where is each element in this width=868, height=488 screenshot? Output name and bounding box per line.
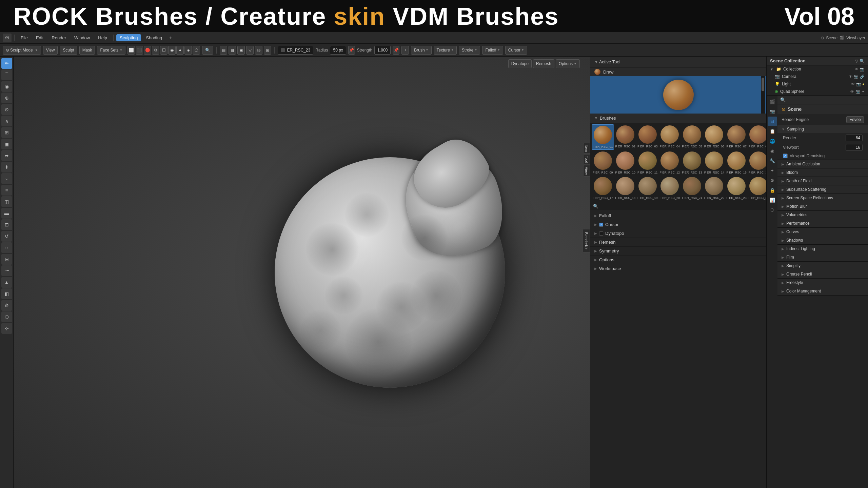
performance-section[interactable]: ▶ Performance xyxy=(777,219,868,228)
strength-pin-btn[interactable]: 📌 xyxy=(393,46,399,55)
bloom-section[interactable]: ▶ Bloom xyxy=(777,168,868,177)
outliner-collection[interactable]: ▼ 📁 Collection 👁 📷 xyxy=(767,65,868,73)
option-symmetry[interactable]: ▶ Symmetry xyxy=(590,247,766,256)
tool-scrape[interactable]: ⬌ xyxy=(1,150,12,161)
props-physics-icon[interactable]: ⚙ xyxy=(768,176,777,185)
strength-add-btn[interactable]: + xyxy=(401,46,409,55)
item-tab[interactable]: Item xyxy=(583,143,590,154)
workspace-shading[interactable]: Shading xyxy=(142,34,165,41)
props-object-icon[interactable]: ◉ xyxy=(768,146,777,156)
brush-search[interactable]: 🔍 xyxy=(590,202,766,210)
tool-fill[interactable]: ▣ xyxy=(1,139,12,149)
gizmo-icon[interactable]: ⊞ xyxy=(264,46,271,55)
tool-inflate[interactable]: ⊕ xyxy=(1,93,12,103)
mask-btn[interactable]: Mask xyxy=(79,46,95,55)
tool-multires-displace[interactable]: ⬍ xyxy=(1,162,12,172)
props-constraints-icon[interactable]: 🔒 xyxy=(768,185,777,195)
blenderkit-tab[interactable]: BlenderKit xyxy=(583,229,590,252)
sculpt-btn[interactable]: Sculpt xyxy=(60,46,77,55)
props-output-icon[interactable]: 🖥 xyxy=(768,117,777,126)
viewport-icon-2[interactable]: ▦ xyxy=(229,46,236,55)
tool-clay-thumb[interactable]: ⊡ xyxy=(1,219,12,230)
outliner-filter-icon[interactable]: ▽ xyxy=(855,59,858,63)
props-render-icon[interactable]: 📷 xyxy=(768,107,777,116)
overlay-icon[interactable]: ◎ xyxy=(255,46,262,55)
sampling-section-title[interactable]: ▼ Sampling xyxy=(777,125,868,133)
tool-clay[interactable]: ◫ xyxy=(1,196,12,207)
options-btn-viewport[interactable]: Options ▼ xyxy=(556,59,580,68)
props-data-icon[interactable]: 📊 xyxy=(768,195,777,205)
filter-icon[interactable]: ▽ xyxy=(246,46,254,55)
brush-cell-12[interactable]: F ER_RSC_12 xyxy=(659,150,681,175)
tool-simplify-mask[interactable]: ▲ xyxy=(1,277,12,288)
simplify-section[interactable]: ▶ Simplify xyxy=(777,262,868,270)
brush-search-input[interactable] xyxy=(600,204,764,209)
tool-mask[interactable]: ◧ xyxy=(1,288,12,299)
search-btn[interactable]: 🔍 xyxy=(202,46,213,55)
viewport-icon-1[interactable]: ▤ xyxy=(220,46,227,55)
indirect-lighting-section[interactable]: ▶ Indirect Lighting xyxy=(777,245,868,253)
props-search-input[interactable] xyxy=(788,98,865,102)
radius-pin-btn[interactable]: 📌 xyxy=(348,46,355,55)
brush-cell-10[interactable]: F ER_RSC_10 xyxy=(615,150,636,175)
xray-btn[interactable]: ☐ xyxy=(160,46,167,55)
shade-3-btn[interactable]: ◈ xyxy=(184,46,192,55)
brush-cell-01[interactable]: F ER_RSC_01 xyxy=(592,124,614,150)
tool-clay-strips[interactable]: ▬ xyxy=(1,208,12,219)
menu-file[interactable]: File xyxy=(17,34,31,41)
viewport[interactable]: ▼ Active Tool Draw ▼ Brushes xyxy=(14,57,766,488)
option-falloff[interactable]: ▶ Falloff xyxy=(590,211,766,220)
view-tab[interactable]: View xyxy=(583,165,590,177)
tool-cloth[interactable]: 〜 xyxy=(1,265,12,276)
brush-cell-03[interactable]: F ER_RSC_03 xyxy=(637,124,658,150)
option-remesh[interactable]: ▶ Remesh xyxy=(590,238,766,247)
brush-cell-22[interactable]: F ER_RSC_22 xyxy=(704,176,725,201)
tool-crease[interactable]: ∧ xyxy=(1,116,12,126)
workspace-sculpting[interactable]: Sculpting xyxy=(116,34,141,41)
brush-cell-15[interactable]: F ER_RSC_15 xyxy=(726,150,747,175)
option-workspace[interactable]: ▶ Workspace xyxy=(590,264,766,273)
shade-4-btn[interactable]: ⬡ xyxy=(193,46,200,55)
color-2-btn[interactable]: ⬛ xyxy=(136,46,143,55)
freestyle-section[interactable]: ▶ Freestyle xyxy=(777,279,868,287)
brush-cell-04[interactable]: F ER_RSC_04 xyxy=(659,124,681,150)
dynatopo-btn[interactable]: Dynatopo xyxy=(508,59,532,68)
brush-cell-20[interactable]: F ER_RSC_20 xyxy=(659,176,681,201)
shade-1-btn[interactable]: ◉ xyxy=(168,46,176,55)
cursor-checkbox[interactable]: ✓ xyxy=(599,223,603,227)
viewport-denoising-checkbox[interactable]: ✓ xyxy=(783,154,788,158)
preview-scrollbar[interactable] xyxy=(761,76,765,114)
dynatopo-checkbox[interactable] xyxy=(599,231,603,236)
outliner-camera[interactable]: 📷 Camera 👁 📷 🔗 xyxy=(767,73,868,80)
strength-value[interactable]: 1.000 xyxy=(374,46,391,55)
tool-multires-reshape[interactable]: ⟰ xyxy=(1,300,12,311)
view-btn[interactable]: View xyxy=(43,46,58,55)
color-1-btn[interactable]: ⬜ xyxy=(127,46,135,55)
brush-cell-08[interactable]: F ER_RSC_08 xyxy=(748,124,766,150)
outliner-quad-sphere[interactable]: ⊕ Quad Sphere 👁 📷 ✦ xyxy=(767,88,868,95)
tool-flatten[interactable]: ⊞ xyxy=(1,127,12,138)
tool-layer[interactable]: ≡ xyxy=(1,185,12,196)
brush-cell-24[interactable]: F ER_RSC_24 xyxy=(748,176,766,201)
radius-value[interactable]: 50 px xyxy=(330,46,346,55)
render-engine-dropdown[interactable]: Eevee xyxy=(846,116,864,123)
option-dynatopo[interactable]: ▶ Dynatopo xyxy=(590,229,766,238)
brush-cell-11[interactable]: F ER_RSC_11 xyxy=(637,150,658,175)
brush-dropdown[interactable]: Brush xyxy=(411,46,431,55)
tool-tab[interactable]: Tool xyxy=(583,154,590,164)
tool-boundary[interactable]: ⊟ xyxy=(1,254,12,265)
screen-space-reflections-section[interactable]: ▶ Screen Space Reflections xyxy=(777,194,868,202)
brush-cell-09[interactable]: F ER_RSC_09 xyxy=(592,150,614,175)
brush-cell-05[interactable]: F ER_RSC_05 xyxy=(681,124,703,150)
option-cursor[interactable]: ▶ ✓ Cursor xyxy=(590,220,766,229)
option-options[interactable]: ▶ Options xyxy=(590,256,766,264)
brush-cell-07[interactable]: F ER_RSC_07 xyxy=(726,124,747,150)
depth-of-field-section[interactable]: ▶ Depth of Field xyxy=(777,177,868,185)
tool-draw[interactable]: ✏ xyxy=(1,58,12,69)
brush-cell-06[interactable]: F ER_RSC_06 xyxy=(704,124,725,150)
texture-dropdown[interactable]: Texture xyxy=(434,46,457,55)
falloff-dropdown[interactable]: Falloff xyxy=(482,46,503,55)
menu-edit[interactable]: Edit xyxy=(33,34,47,41)
brush-cell-14[interactable]: F ER_RSC_14 xyxy=(704,150,725,175)
brush-cell-19[interactable]: F ER_RSC_19 xyxy=(637,176,658,201)
